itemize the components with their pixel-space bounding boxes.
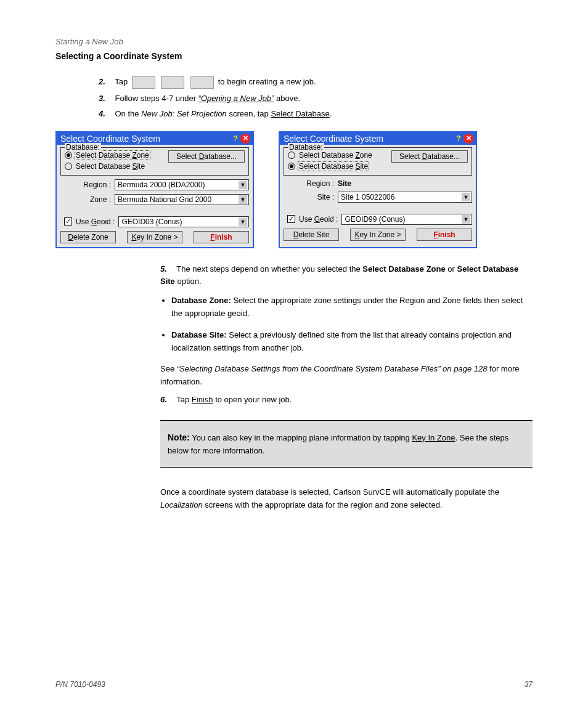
list-item: Database Zone: Select the appropriate zo…	[171, 294, 533, 320]
step-number: 4.	[99, 109, 105, 118]
step-number: 2.	[99, 77, 105, 86]
use-geoid-checkbox[interactable]: ✓	[287, 215, 295, 223]
blank-button-3[interactable]	[190, 76, 214, 89]
step-number: 3.	[99, 94, 105, 103]
zone-row: Zone : Bermuda National Grid 2000 ▼	[75, 194, 249, 205]
page-title: Selecting a Coordinate System	[55, 51, 533, 61]
chevron-down-icon: ▼	[462, 193, 470, 201]
use-geoid-checkbox[interactable]: ✓	[64, 217, 72, 225]
close-icon[interactable]: ✕	[240, 134, 250, 144]
fieldset-legend: Database:	[65, 143, 101, 152]
closing-paragraph: Once a coordinate system database is sel…	[160, 486, 533, 512]
select-database-button[interactable]: Select Database...	[391, 150, 468, 163]
dialog-select-coord-system-site: Select Coordinate System ? ✕ Database: S…	[279, 131, 477, 248]
dialog-select-coord-system-zone: Select Coordinate System ? ✕ Database: S…	[55, 131, 254, 248]
geoid-value: GEOID03 (Conus)	[121, 217, 182, 226]
zone-label: Zone :	[75, 195, 115, 204]
site-row: Site : Site 1 05022006 ▼	[298, 192, 472, 203]
fieldset-legend: Database:	[288, 143, 324, 152]
close-icon[interactable]: ✕	[463, 134, 473, 144]
region-select[interactable]: Bermuda 2000 (BDA2000) ▼	[115, 179, 249, 190]
radio-icon	[288, 163, 295, 170]
instruction-5: 5. The next steps depend on whether you …	[160, 263, 533, 289]
radio-icon	[65, 152, 72, 159]
instruction-6: 6. Tap Finish to open your new job.	[160, 394, 533, 407]
step-number: 6.	[160, 395, 167, 404]
cross-reference-link[interactable]: “Selecting Database Settings from the Co…	[177, 364, 488, 373]
chevron-down-icon: ▼	[239, 217, 247, 226]
geoid-label: Use Geoid :	[299, 215, 338, 224]
radio-select-db-site[interactable]: Select Database Site	[288, 161, 374, 171]
see-also-paragraph: See “Selecting Database Settings from th…	[160, 363, 533, 389]
geoid-row: ✓ Use Geoid : GEOID99 (Conus) ▼	[287, 214, 472, 225]
region-label: Region :	[75, 181, 115, 189]
chevron-down-icon: ▼	[462, 215, 470, 224]
key-in-zone-button[interactable]: Key In Zone >	[127, 231, 182, 243]
finish-link[interactable]: Finish	[192, 395, 213, 404]
radio-select-db-zone[interactable]: Select Database Zone	[65, 150, 150, 160]
delete-site-button[interactable]: Delete Site	[284, 229, 339, 241]
region-row: Region : Bermuda 2000 (BDA2000) ▼	[75, 179, 249, 190]
region-value: Bermuda 2000 (BDA2000)	[118, 181, 205, 189]
footer-part-number: P/N 7010-0493	[55, 680, 105, 689]
key-in-zone-button[interactable]: Key In Zone >	[350, 229, 406, 241]
geoid-select[interactable]: GEOID99 (Conus) ▼	[341, 214, 472, 225]
blank-button-2[interactable]	[161, 76, 184, 89]
step-number: 5.	[160, 264, 167, 274]
site-value: Site 1 05022006	[341, 193, 394, 201]
radio-icon	[65, 163, 72, 170]
geoid-select[interactable]: GEOID03 (Conus) ▼	[118, 216, 249, 227]
zone-select[interactable]: Bermuda National Grid 2000 ▼	[115, 194, 249, 205]
dialog-title: Select Coordinate System	[284, 134, 383, 144]
zone-value: Bermuda National Grid 2000	[118, 195, 211, 204]
site-label: Site :	[298, 193, 338, 201]
delete-zone-button[interactable]: Delete Zone	[60, 231, 116, 243]
instruction-2: 2. Tap to begin creating a new job.	[99, 76, 533, 89]
geoid-label: Use Geoid :	[76, 217, 115, 226]
note-box: Note: You can also key in the mapping pl…	[160, 420, 533, 468]
finish-button[interactable]: Finish	[194, 231, 249, 243]
radio-icon	[288, 152, 295, 159]
geoid-value: GEOID99 (Conus)	[345, 215, 405, 224]
note-label: Note:	[168, 432, 190, 442]
options-list: Database Zone: Select the appropriate zo…	[160, 294, 533, 354]
page-header: Starting a New Job	[55, 37, 533, 46]
finish-button[interactable]: Finish	[417, 229, 472, 241]
instruction-4: 4. On the New Job: Set Projection screen…	[99, 108, 533, 120]
key-in-zone-link[interactable]: Key In Zone	[412, 433, 455, 442]
radio-select-db-zone[interactable]: Select Database Zone	[288, 150, 374, 160]
footer-page-number: 37	[525, 680, 533, 689]
database-fieldset: Database: Select Database Zone Select Da…	[284, 147, 472, 176]
select-database-link[interactable]: Select Database	[271, 109, 329, 118]
blank-button-1[interactable]	[132, 76, 155, 89]
page-footer: P/N 7010-0493 37	[55, 680, 533, 689]
help-icon[interactable]: ?	[233, 134, 238, 144]
help-icon[interactable]: ?	[456, 134, 461, 144]
chevron-down-icon: ▼	[239, 181, 247, 189]
region-label: Region :	[298, 179, 338, 188]
dialog-title: Select Coordinate System	[60, 134, 160, 144]
opening-new-job-link[interactable]: “Opening a New Job”	[198, 94, 274, 103]
region-row: Region : Site	[298, 179, 472, 188]
radio-select-db-site[interactable]: Select Database Site	[65, 161, 150, 171]
select-database-button[interactable]: Select Database...	[168, 150, 245, 163]
region-value: Site	[338, 179, 351, 188]
instruction-3: 3. Follow steps 4-7 under “Opening a New…	[99, 92, 533, 105]
site-select[interactable]: Site 1 05022006 ▼	[338, 192, 472, 203]
list-item: Database Site: Select a previously defin…	[171, 329, 533, 355]
chevron-down-icon: ▼	[239, 195, 247, 204]
database-fieldset: Database: Select Database Zone Select Da…	[60, 147, 249, 176]
geoid-row: ✓ Use Geoid : GEOID03 (Conus) ▼	[64, 216, 249, 227]
